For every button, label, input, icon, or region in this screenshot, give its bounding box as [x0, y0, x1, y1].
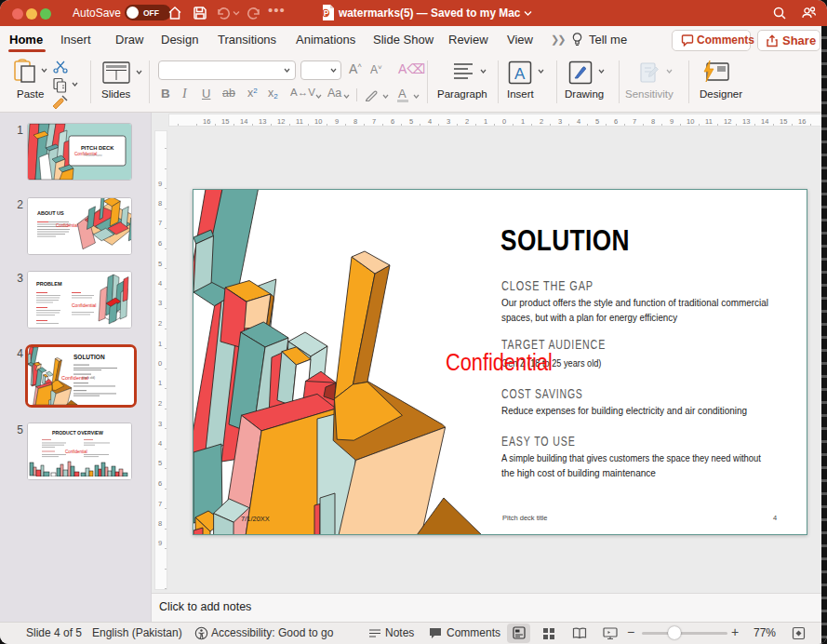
svg-text:PROBLEM: PROBLEM — [36, 281, 62, 287]
svg-text:7/1/20XX: 7/1/20XX — [241, 515, 270, 523]
svg-text:Confidential: Confidential — [56, 223, 78, 228]
svg-text:P: P — [324, 8, 329, 18]
svg-text:Presenter name: Presenter name — [84, 154, 102, 157]
svg-text:years old): years old) — [82, 376, 95, 380]
svg-text:PRODUCT OVERVIEW: PRODUCT OVERVIEW — [52, 430, 103, 436]
svg-text:ABOUT US: ABOUT US — [37, 210, 64, 216]
svg-text:PITCH DECK: PITCH DECK — [81, 145, 114, 151]
svg-text:Confidential: Confidential — [65, 449, 87, 454]
svg-text:4: 4 — [773, 514, 777, 522]
svg-text:Pitch deck title: Pitch deck title — [502, 514, 547, 522]
svg-text:Confidential: Confidential — [72, 302, 96, 308]
svg-text:A: A — [514, 65, 526, 83]
svg-text:SOLUTION: SOLUTION — [73, 354, 105, 360]
